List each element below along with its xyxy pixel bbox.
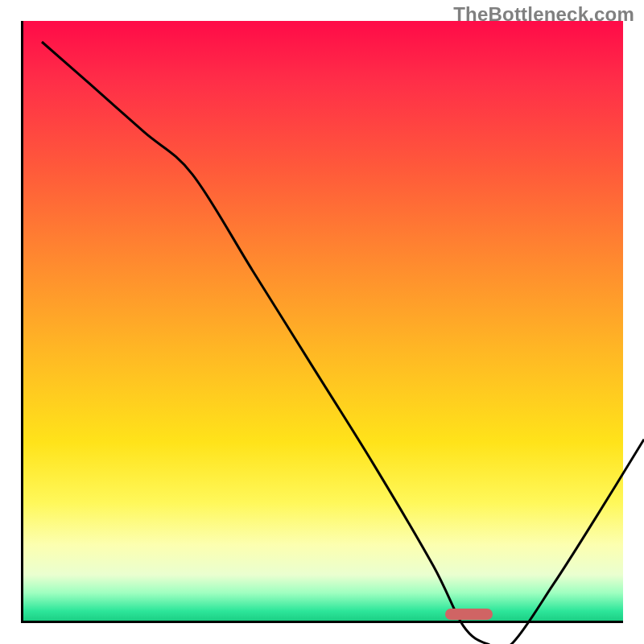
x-axis <box>21 621 623 623</box>
chart-canvas: TheBottleneck.com <box>0 0 644 644</box>
plot-area <box>21 21 623 623</box>
y-axis <box>21 21 23 623</box>
bottleneck-curve <box>42 42 644 644</box>
curve-path <box>42 42 644 644</box>
optimal-marker <box>445 609 492 619</box>
